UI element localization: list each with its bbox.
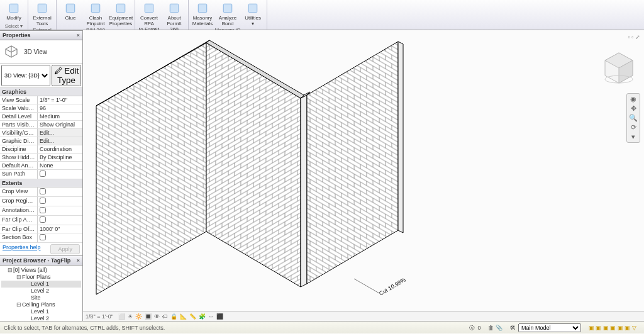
main-area: Properties × 3D View 3D View: {3D} 🖉 Edi… [0,30,644,321]
close-icon[interactable]: × [77,32,80,38]
orbit-icon[interactable]: ⟳ [631,123,636,132]
svg-rect-4 [116,4,125,13]
zoom-icon[interactable]: 🔍 [629,114,638,122]
selection-count[interactable]: 🛈 0 [469,325,480,331]
property-row[interactable]: Graphic Displ...Edit... [0,137,82,145]
cut-label: Cut 10.98% [378,277,407,297]
left-panels: Properties × 3D View 3D View: {3D} 🖉 Edi… [0,30,83,321]
properties-footer: Properties help Apply [0,243,82,255]
view-control-icon[interactable]: 🔳 [145,313,152,320]
view-control-icon[interactable]: 🔒 [170,313,177,320]
pan-icon[interactable]: ✥ [631,104,636,113]
property-row[interactable]: Default Analy...None [0,162,82,170]
masonry-materials-button[interactable]: MasonryMaterials [191,1,214,26]
property-row[interactable]: DisciplineCoordination [0,145,82,154]
tree-node[interactable]: Site [1,294,81,301]
view-control-icon[interactable]: ⬛ [216,313,223,320]
navigation-bar[interactable]: ◉ ✥ 🔍 ⟳ ▾ [626,93,640,143]
project-browser-title-text: Project Browser - TagFlip [3,257,70,264]
tree-node[interactable]: Level 1 [1,281,81,288]
modify-button[interactable]: Modify [3,1,25,23]
analyze-bond-button[interactable]: AnalyzeBond [216,1,239,26]
model-canvas[interactable]: Cut 10.98% [83,30,644,311]
cube-icon [4,44,19,59]
view-control-icon[interactable]: 🏷 [162,313,168,320]
status-icons[interactable]: 🗑 📎 [488,325,502,331]
svg-rect-7 [198,4,207,13]
svg-rect-1 [38,4,47,13]
glue-button[interactable]: Glue [59,1,82,26]
property-row[interactable]: Sun Path [0,170,82,179]
view-control-icon[interactable]: 📐 [180,313,187,320]
view-control-icons[interactable]: ⬜☀🔆🔳👁🏷🔒📐📏🧩↔⬛ [117,313,225,320]
svg-rect-5 [145,4,153,13]
view-control-icon[interactable]: 📏 [189,313,196,320]
view-control-bar[interactable]: 1/8" = 1'-0" ⬜☀🔆🔳👁🏷🔒📐📏🧩↔⬛ [83,311,644,321]
steering-wheel-icon[interactable]: ◉ [630,95,636,103]
properties-section-header: Extents [0,179,82,188]
tree-node[interactable]: ⊟Floor Plans [1,274,81,281]
svg-line-12 [354,279,379,293]
edit-type-button[interactable]: 🖉 Edit Type [52,65,81,86]
property-row[interactable]: Detail LevelMedium [0,113,82,121]
filter-icons[interactable]: ▣ ▣ ▣ ▣ ▣ ▣ ▽ [589,325,636,331]
properties-viewname: 3D View [24,48,47,55]
properties-type-selector[interactable]: 3D View: {3D} 🖉 Edit Type [0,64,82,88]
view-scale-control[interactable]: 1/8" = 1'-0" [86,313,113,320]
property-row[interactable]: Far Clip Active [0,216,82,225]
clash-pinpoint-button[interactable]: ClashPinpoint [84,1,107,26]
property-row[interactable]: Scale Value 1:96 [0,104,82,113]
tree-node[interactable]: Level 2 [1,288,81,294]
view-control-icon[interactable]: ⬜ [118,313,125,320]
ribbon: ModifySelect ▾ExternalToolsExternalGlueC… [0,0,644,30]
svg-rect-0 [9,4,18,13]
svg-rect-2 [66,4,75,13]
properties-grid: GraphicsView Scale1/8" = 1'-0"Scale Valu… [0,88,82,243]
property-row[interactable]: Visibility/Grap...Edit... [0,129,82,137]
viewport[interactable]: Cut 10.98% ▫ ▫ ⤢ ◉ ✥ 🔍 ⟳ ▾ 1/8" = 1'-0" … [83,30,644,321]
chevron-down-icon[interactable]: ▾ [631,133,635,141]
utilities-button[interactable]: Utilities▾ [242,1,264,26]
tree-node[interactable]: ⊟[0] Views (all) [1,267,81,274]
properties-help-link[interactable]: Properties help [3,244,41,254]
svg-rect-9 [248,4,257,13]
properties-section-header: Graphics [0,88,82,96]
property-row[interactable]: Section Box [0,233,82,243]
project-browser-title[interactable]: Project Browser - TagFlip × [0,255,82,266]
apply-button[interactable]: Apply [50,244,80,254]
tree-node[interactable]: ⊟Ceiling Plans [1,301,81,308]
view-dropdown[interactable]: 3D View: {3D} [1,65,50,86]
property-row[interactable]: Parts VisibilityShow Original [0,121,82,129]
external-tools-button[interactable]: ExternalTools [31,1,53,26]
close-icon[interactable]: × [77,257,80,264]
property-row[interactable]: Show Hidden ...By Discipline [0,154,82,162]
svg-rect-6 [170,4,179,13]
status-hint: Click to select, TAB for alternates, CTR… [4,325,165,331]
viewcube[interactable] [600,49,638,87]
property-row[interactable]: View Scale1/8" = 1'-0" [0,96,82,104]
property-row[interactable]: Crop Region ... [0,197,82,206]
view-control-icon[interactable]: ☀ [128,313,133,320]
property-row[interactable]: Crop View [0,188,82,197]
view-control-icon[interactable]: 🧩 [199,313,206,320]
view-control-icon[interactable]: ↔ [208,313,214,320]
svg-rect-8 [223,4,232,13]
project-browser-tree[interactable]: ⊟[0] Views (all)⊟Floor PlansLevel 1Level… [0,266,82,321]
properties-panel-title[interactable]: Properties × [0,30,82,40]
workset-selector[interactable]: 🛠 Main Model [510,323,581,332]
equipment-properties-button[interactable]: EquipmentProperties [109,1,132,26]
tree-node[interactable]: Level 2 [1,315,81,321]
properties-type-header[interactable]: 3D View [0,40,82,64]
viewport-top-right: ▫ ▫ ⤢ [628,34,640,40]
property-row[interactable]: Annotation Cr... [0,206,82,216]
status-bar: Click to select, TAB for alternates, CTR… [0,321,644,333]
view-control-icon[interactable]: 👁 [154,313,160,320]
properties-title-text: Properties [3,32,31,38]
view-control-icon[interactable]: 🔆 [135,313,142,320]
view-control-icons[interactable]: ▫ ▫ ⤢ [628,34,640,40]
property-row[interactable]: Far Clip Offset1000' 0" [0,225,82,233]
tree-node[interactable]: Level 1 [1,308,81,315]
svg-rect-3 [91,4,100,13]
